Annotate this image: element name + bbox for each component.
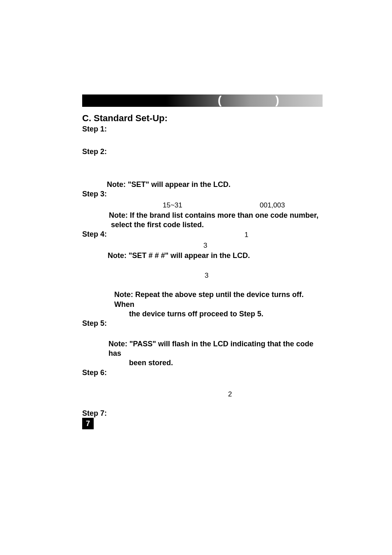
step-7-label: Step 7: bbox=[82, 409, 107, 417]
section-header-bar: ( ) bbox=[82, 94, 323, 107]
page-number: 7 bbox=[82, 418, 94, 429]
header-paren-close: ) bbox=[275, 94, 279, 107]
note-pass-b: been stored. bbox=[129, 358, 323, 368]
value-range: 15~31 bbox=[163, 201, 182, 210]
page-content: ( ) C. Standard Set-Up: Step 1: Step 2: … bbox=[82, 94, 323, 420]
section-title: C. Standard Set-Up: bbox=[82, 113, 323, 124]
note-set-hash: Note: "SET # # #" will appear in the LCD… bbox=[108, 251, 323, 260]
value-codes: 001,003 bbox=[260, 201, 285, 210]
value-two: 2 bbox=[228, 390, 232, 399]
note-repeat-b: the device turns off proceed to Step 5. bbox=[129, 309, 323, 319]
step-1-label: Step 1: bbox=[82, 125, 107, 133]
note-brand-list-b: select the first code listed. bbox=[111, 220, 323, 230]
header-paren-open: ( bbox=[218, 94, 221, 107]
step-4-label: Step 4: bbox=[82, 230, 107, 238]
step-2-label: Step 2: bbox=[82, 147, 107, 156]
value-three-b: 3 bbox=[205, 271, 208, 280]
note-pass: Note: "PASS" will flash in the LCD indic… bbox=[108, 339, 323, 359]
note-repeat: Note: Repeat the above step until the de… bbox=[114, 290, 323, 309]
note-set: Note: "SET" will appear in the LCD. bbox=[107, 180, 323, 189]
value-three-a: 3 bbox=[203, 241, 207, 250]
value-one: 1 bbox=[244, 230, 248, 240]
step-5-label: Step 5: bbox=[82, 319, 107, 327]
step-3-label: Step 3: bbox=[82, 190, 107, 198]
step-6-label: Step 6: bbox=[82, 368, 107, 377]
note-brand-list: Note: If the brand list contains more th… bbox=[109, 211, 323, 220]
